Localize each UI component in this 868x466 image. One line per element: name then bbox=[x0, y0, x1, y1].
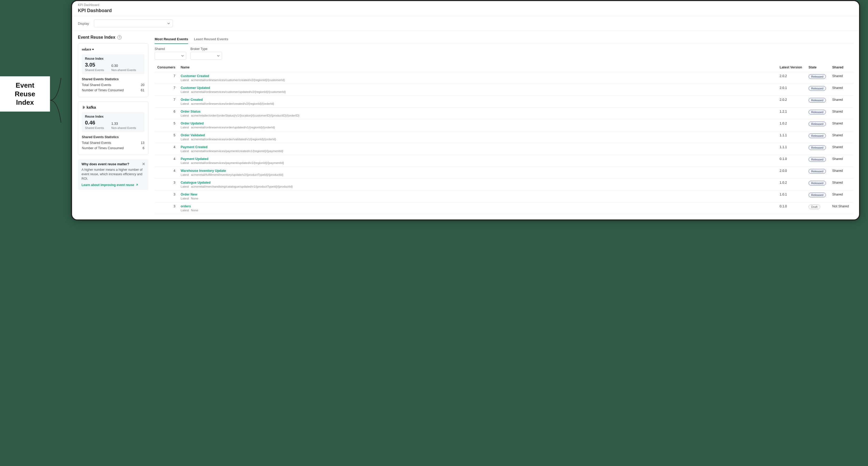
table-row[interactable]: 4Payment UpdatedLatestacmeretail/onlines… bbox=[155, 155, 853, 167]
event-name-link[interactable]: Catalogue Updated bbox=[181, 181, 774, 184]
event-name-link[interactable]: Warehouse Inventory Update bbox=[181, 169, 774, 173]
event-topic: LatestNone bbox=[181, 209, 774, 212]
col-shared[interactable]: Shared bbox=[830, 63, 853, 72]
table-row[interactable]: 3Catalogue UpdatedLatestacmeretail/merch… bbox=[155, 179, 853, 191]
help-icon[interactable]: ? bbox=[117, 35, 122, 39]
nonshared-index-label: Non-shared Events bbox=[111, 68, 136, 71]
event-name-link[interactable]: Order Updated bbox=[181, 122, 774, 125]
event-name-link[interactable]: Order Status bbox=[181, 110, 774, 113]
callout-line: Reuse bbox=[4, 90, 46, 98]
info-body: A higher number means a higher number of… bbox=[82, 168, 145, 181]
cell-version: 1.0.2 bbox=[777, 119, 806, 131]
cell-state: Released bbox=[806, 72, 830, 84]
event-topic: Latestacmeretail/onlineservices/customer… bbox=[181, 90, 774, 93]
table-row[interactable]: 3Order NewLatestNone1.0.1ReleasedShared bbox=[155, 191, 853, 202]
cell-version: 0.1.0 bbox=[777, 155, 806, 167]
cell-shared: Shared bbox=[830, 108, 853, 119]
cell-version: 1.1.1 bbox=[777, 131, 806, 143]
table-row[interactable]: 4Payment CreatedLatestacmeretail/onlines… bbox=[155, 143, 853, 155]
event-topic: Latestacmeretail/onlineservices/order/up… bbox=[181, 126, 774, 129]
table-row[interactable]: 3ordersLatestNone0.1.0DraftNot Shared bbox=[155, 202, 853, 214]
table-row[interactable]: 5Order ValidatedLatestacmeretail/onlines… bbox=[155, 131, 853, 143]
breadcrumb[interactable]: KPI Dashboard bbox=[72, 1, 859, 7]
brand-solace: solace bbox=[82, 47, 145, 52]
tab-least-reused[interactable]: Least Reused Events bbox=[194, 35, 228, 44]
total-shared-label: Total Shared Events bbox=[82, 141, 111, 145]
col-name[interactable]: Name bbox=[178, 63, 777, 72]
cell-name: Order StatusLatestacme/retailer/order/{o… bbox=[178, 108, 777, 119]
cell-name: Order UpdatedLatestacmeretail/onlineserv… bbox=[178, 119, 777, 131]
shared-index-label: Shared Events bbox=[85, 68, 104, 71]
chevron-down-icon bbox=[181, 55, 184, 57]
col-latest-version[interactable]: Latest Version bbox=[777, 63, 806, 72]
event-name-link[interactable]: Order Created bbox=[181, 98, 774, 101]
times-consumed-label: Number of Times Consumed bbox=[82, 146, 124, 150]
event-name-link[interactable]: Customer Created bbox=[181, 74, 774, 78]
reuse-index-header: Reuse Index bbox=[85, 115, 141, 118]
cell-name: Order ValidatedLatestacmeretail/onlinese… bbox=[178, 131, 777, 143]
cell-state: Released bbox=[806, 191, 830, 202]
event-name-link[interactable]: Order New bbox=[181, 193, 774, 196]
state-badge: Released bbox=[809, 110, 826, 114]
total-shared-value: 20 bbox=[141, 83, 145, 87]
cell-consumers: 3 bbox=[155, 191, 178, 202]
table-row[interactable]: 5Order UpdatedLatestacmeretail/onlineser… bbox=[155, 119, 853, 131]
cell-consumers: 4 bbox=[155, 143, 178, 155]
event-topic: Latestacmeretail/merchandising/catalogue… bbox=[181, 185, 774, 188]
cell-shared: Shared bbox=[830, 191, 853, 202]
cell-version: 2.0.2 bbox=[777, 72, 806, 84]
info-link-text: Learn about improving event reuse bbox=[82, 183, 134, 187]
table-row[interactable]: 4Warehouse Inventory UpdateLatestacmeret… bbox=[155, 167, 853, 179]
state-badge: Released bbox=[809, 181, 826, 185]
cell-state: Released bbox=[806, 119, 830, 131]
times-consumed-value: 6 bbox=[143, 146, 145, 150]
cell-consumers: 6 bbox=[155, 108, 178, 119]
cell-version: 1.2.1 bbox=[777, 108, 806, 119]
shared-index-value: 3.05 bbox=[85, 62, 104, 67]
cell-name: Order CreatedLatestacmeretail/onlineserv… bbox=[178, 96, 777, 108]
nonshared-index-label: Non-shared Events bbox=[111, 126, 136, 129]
cell-name: ordersLatestNone bbox=[178, 202, 777, 214]
info-learn-link[interactable]: Learn about improving event reuse bbox=[82, 183, 138, 187]
table-row[interactable]: 7Customer UpdatedLatestacmeretail/online… bbox=[155, 84, 853, 96]
app-frame: KPI Dashboard KPI Dashboard Display Even… bbox=[71, 0, 860, 221]
cell-consumers: 4 bbox=[155, 167, 178, 179]
table-row[interactable]: 7Customer CreatedLatestacmeretail/online… bbox=[155, 72, 853, 84]
event-name-link[interactable]: orders bbox=[181, 204, 774, 208]
state-badge: Released bbox=[809, 74, 826, 79]
tab-most-reused[interactable]: Most Reused Events bbox=[155, 35, 188, 44]
event-topic: Latestacme/retailer/order/{orderStatus}/… bbox=[181, 114, 774, 117]
cell-consumers: 7 bbox=[155, 72, 178, 84]
nonshared-index-value: 1.33 bbox=[111, 122, 136, 125]
state-badge: Released bbox=[809, 193, 826, 197]
cell-shared: Shared bbox=[830, 96, 853, 108]
right-column: Most Reused Events Least Reused Events S… bbox=[155, 35, 853, 214]
chevron-down-icon bbox=[217, 55, 220, 57]
close-icon[interactable] bbox=[142, 162, 146, 166]
col-consumers[interactable]: Consumers bbox=[155, 63, 178, 72]
table-row[interactable]: 6Order StatusLatestacme/retailer/order/{… bbox=[155, 108, 853, 119]
filter-broker-label: Broker Type bbox=[190, 47, 222, 51]
event-name-link[interactable]: Payment Updated bbox=[181, 157, 774, 161]
shared-index-label: Shared Events bbox=[85, 126, 104, 129]
cell-name: Warehouse Inventory UpdateLatestacmereta… bbox=[178, 167, 777, 179]
event-name-link[interactable]: Order Validated bbox=[181, 134, 774, 137]
table-row[interactable]: 7Order CreatedLatestacmeretail/onlineser… bbox=[155, 96, 853, 108]
filter-shared-select[interactable] bbox=[155, 52, 186, 60]
filter-broker-select[interactable] bbox=[190, 52, 222, 60]
cell-consumers: 5 bbox=[155, 119, 178, 131]
cell-consumers: 5 bbox=[155, 131, 178, 143]
cell-version: 2.0.1 bbox=[777, 84, 806, 96]
state-badge: Released bbox=[809, 145, 826, 150]
event-name-link[interactable]: Customer Updated bbox=[181, 86, 774, 90]
event-topic: LatestNone bbox=[181, 197, 774, 200]
external-link-icon bbox=[135, 184, 138, 186]
display-select[interactable] bbox=[94, 20, 173, 27]
cell-version: 2.0.0 bbox=[777, 167, 806, 179]
callout-line: Event bbox=[4, 81, 46, 90]
col-state[interactable]: State bbox=[806, 63, 830, 72]
event-topic: Latestacmeretail/onlineservices/order/cr… bbox=[181, 102, 774, 105]
event-name-link[interactable]: Payment Created bbox=[181, 145, 774, 149]
page-title: KPI Dashboard bbox=[72, 7, 859, 16]
cell-shared: Shared bbox=[830, 131, 853, 143]
